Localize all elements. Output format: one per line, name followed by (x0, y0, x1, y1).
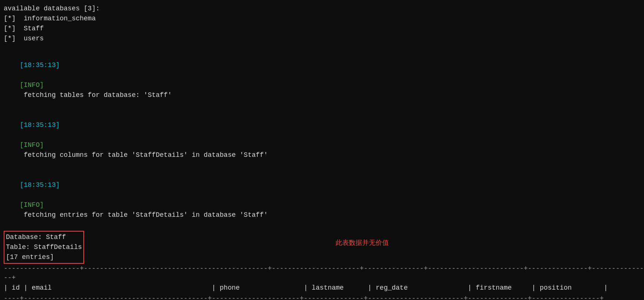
msg-1: fetching tables for database: 'Staff' (20, 91, 171, 99)
terminal-window: available databases [3]: [*] information… (0, 0, 644, 300)
tag-2: [INFO] (20, 141, 44, 149)
db-item-3: [*] users (0, 34, 644, 44)
timestamp-3: [18:35:13] (20, 181, 60, 189)
chinese-note: 此表数据并无价值 (336, 239, 389, 247)
blank-line-1 (0, 44, 644, 50)
chinese-note-area: 此表数据并无价值 (84, 231, 640, 248)
sep-mid1: ----+-----------------------------------… (0, 294, 644, 300)
timestamp-1: [18:35:13] (20, 61, 60, 69)
entries-count: [17 entries] (6, 252, 82, 262)
db-info-row: Database: Staff Table: StaffDetails [17 … (0, 231, 644, 264)
db-name: Database: Staff (6, 232, 82, 242)
tag-1: [INFO] (20, 81, 44, 89)
info-line-2: [18:35:13] [INFO] fetching columns for t… (0, 110, 644, 170)
info-line-1: [18:35:13] [INFO] fetching tables for da… (0, 50, 644, 110)
timestamp-2: [18:35:13] (20, 121, 60, 129)
table-header: | id | email | phone | lastname | reg_da… (0, 283, 644, 293)
table-name: Table: StaffDetails (6, 242, 82, 252)
tag-3: [INFO] (20, 201, 44, 209)
db-info-box: Database: Staff Table: StaffDetails [17 … (4, 231, 84, 264)
info-line-3: [18:35:13] [INFO] fetching entries for t… (0, 170, 644, 230)
msg-3: fetching entries for table 'StaffDetails… (20, 211, 268, 219)
db-item-2: [*] Staff (0, 24, 644, 34)
msg-2: fetching columns for table 'StaffDetails… (20, 151, 268, 159)
sep-top: -------------------+--------------------… (0, 264, 644, 274)
available-databases-header: available databases [3]: (0, 4, 644, 14)
sep-top2: --+ (0, 273, 644, 283)
db-item-1: [*] information_schema (0, 14, 644, 24)
